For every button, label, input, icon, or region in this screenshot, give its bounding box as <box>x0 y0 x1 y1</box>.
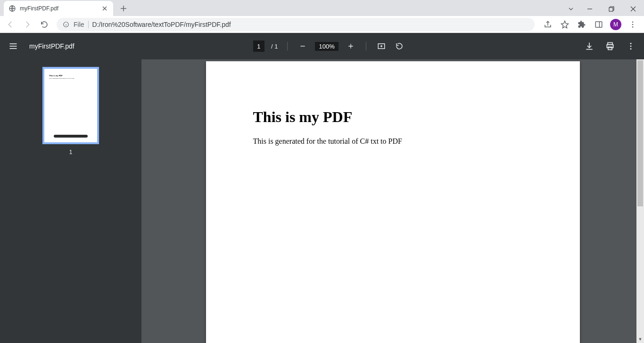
address-scheme-label: File <box>74 21 84 28</box>
pdf-toolbar-center: / 1 100% <box>74 41 584 52</box>
pdf-toolbar-left: myFirstPDF.pdf <box>8 41 74 52</box>
svg-point-5 <box>632 24 634 25</box>
bookmark-button[interactable] <box>559 19 570 30</box>
pdf-toolbar-right <box>584 41 636 52</box>
svg-point-4 <box>632 21 634 23</box>
thumbnail-body: This is generated for the tutorial of C#… <box>49 78 94 79</box>
profile-avatar[interactable]: M <box>610 19 621 30</box>
window-minimize-button[interactable] <box>579 2 601 16</box>
address-bar[interactable]: File D:/Iron%20Software/textToPDF/myFirs… <box>57 18 535 31</box>
toolbar-separator <box>366 42 366 50</box>
reload-button[interactable] <box>38 18 51 31</box>
pdf-viewer-body: This is my PDF This is generated for the… <box>0 59 644 343</box>
print-button[interactable] <box>604 41 616 52</box>
svg-point-11 <box>630 43 632 44</box>
thumbnail-heading: This is my PDF <box>49 74 94 77</box>
thumbnail-page: This is my PDF This is generated for the… <box>42 67 99 144</box>
tab-close-button[interactable] <box>101 5 108 12</box>
document-heading: This is my PDF <box>253 108 533 126</box>
pdf-filename: myFirstPDF.pdf <box>29 42 74 50</box>
vertical-scrollbar[interactable]: ▲ ▼ <box>636 59 644 343</box>
site-info-icon[interactable] <box>62 21 70 28</box>
rotate-button[interactable] <box>394 41 405 52</box>
toolbar-separator <box>287 42 288 50</box>
zoom-level: 100% <box>315 42 338 51</box>
thumbnail-sidebar: This is my PDF This is generated for the… <box>0 59 141 343</box>
page-total-label: / 1 <box>271 43 278 50</box>
tab-search-button[interactable] <box>563 2 579 16</box>
share-button[interactable] <box>542 19 553 30</box>
document-body: This is generated for the tutorial of C#… <box>253 137 533 146</box>
tabs-area: myFirstPDF.pdf <box>0 0 130 16</box>
new-tab-button[interactable] <box>117 2 130 15</box>
zoom-in-button[interactable] <box>345 41 356 52</box>
page-area[interactable]: This is my PDF This is generated for the… <box>141 59 644 343</box>
scroll-thumb[interactable] <box>637 60 643 206</box>
svg-rect-3 <box>595 22 602 27</box>
page-number-input[interactable] <box>253 41 264 52</box>
pdf-menu-button[interactable] <box>625 41 636 52</box>
toolbar-right: M <box>540 19 640 30</box>
chrome-menu-button[interactable] <box>627 19 638 30</box>
pdf-page: This is my PDF This is generated for the… <box>206 61 580 343</box>
scroll-down-icon[interactable]: ▼ <box>636 335 644 343</box>
profile-initial: M <box>613 21 618 28</box>
svg-point-6 <box>632 26 634 27</box>
sidebar-toggle-button[interactable] <box>8 41 19 52</box>
extensions-button[interactable] <box>576 19 587 30</box>
window-maximize-button[interactable] <box>601 2 622 16</box>
window-controls <box>563 2 644 16</box>
browser-tab[interactable]: myFirstPDF.pdf <box>4 1 113 16</box>
svg-rect-1 <box>609 8 613 11</box>
fit-to-page-button[interactable] <box>376 41 387 52</box>
thumbnail-footer-bar <box>54 135 88 138</box>
svg-point-12 <box>630 46 632 47</box>
back-button[interactable] <box>4 18 17 31</box>
thumbnail-preview-text: This is my PDF This is generated for the… <box>47 72 94 79</box>
browser-tab-strip: myFirstPDF.pdf <box>0 0 644 16</box>
svg-point-13 <box>630 48 632 49</box>
address-separator <box>88 21 89 28</box>
window-close-button[interactable] <box>622 2 644 16</box>
zoom-out-button[interactable] <box>297 41 308 52</box>
globe-icon <box>8 5 16 12</box>
browser-toolbar: File D:/Iron%20Software/textToPDF/myFirs… <box>0 16 644 33</box>
thumbnail-page-number: 1 <box>42 149 99 155</box>
forward-button[interactable] <box>21 18 34 31</box>
download-button[interactable] <box>584 41 595 52</box>
pdf-toolbar: myFirstPDF.pdf / 1 100% <box>0 33 644 59</box>
side-panel-button[interactable] <box>593 19 604 30</box>
thumbnail-item[interactable]: This is my PDF This is generated for the… <box>42 67 99 155</box>
tab-title: myFirstPDF.pdf <box>20 5 101 12</box>
address-path: D:/Iron%20Software/textToPDF/myFirstPDF.… <box>92 21 529 28</box>
